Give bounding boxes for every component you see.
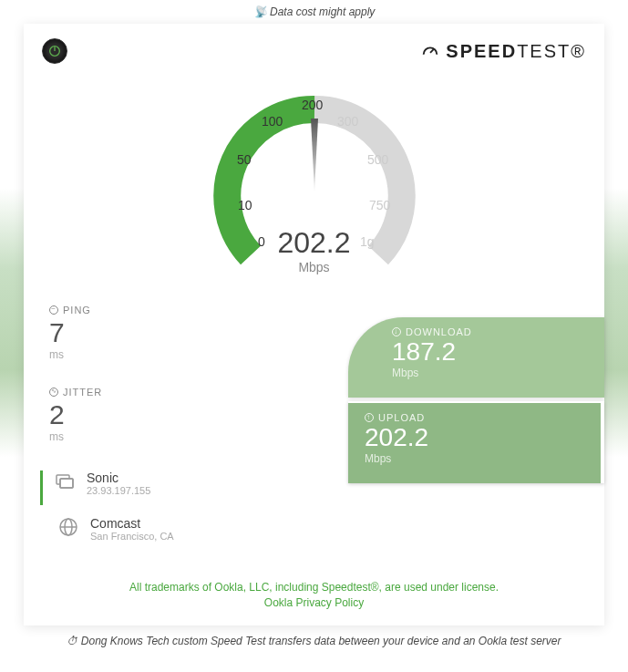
tick-100: 100 xyxy=(262,114,283,129)
power-button[interactable] xyxy=(42,38,67,64)
tick-50: 50 xyxy=(237,152,252,167)
tick-200: 200 xyxy=(302,98,324,112)
power-icon xyxy=(47,44,62,58)
server-location: San Francisco, CA xyxy=(90,531,174,542)
svg-rect-5 xyxy=(60,479,73,488)
brand-prefix: SPEED xyxy=(446,41,517,61)
gauge-area: 0 10 50 100 200 300 500 750 1g 202.2 Mbp… xyxy=(24,64,604,292)
tick-1g: 1g xyxy=(360,234,375,249)
ping-icon xyxy=(49,305,58,315)
ping-stat: PING 7 ms xyxy=(40,292,314,374)
tick-10: 10 xyxy=(238,198,252,212)
legal-line1: All trademarks of Ookla, LLC, including … xyxy=(24,580,604,595)
ping-label: PING xyxy=(63,305,91,315)
upload-icon xyxy=(365,413,374,422)
card-header: SPEEDTEST® xyxy=(24,24,604,64)
jitter-icon xyxy=(49,388,58,397)
speedtest-logo: SPEEDTEST® xyxy=(420,41,586,62)
privacy-link[interactable]: Ookla Privacy Policy xyxy=(24,595,604,611)
gauge-value: 202.2 xyxy=(277,226,350,260)
download-icon xyxy=(392,327,401,336)
tick-0: 0 xyxy=(258,234,265,249)
isp-ip: 23.93.197.155 xyxy=(87,485,150,496)
gauge-unit: Mbps xyxy=(277,260,350,274)
download-value: 187.2 xyxy=(365,337,588,367)
speedtest-card: SPEEDTEST® 0 10 50 100 200 300 xyxy=(24,24,604,625)
svg-marker-3 xyxy=(311,119,318,191)
tick-300: 300 xyxy=(337,114,359,129)
jitter-unit: ms xyxy=(49,430,305,443)
ping-unit: ms xyxy=(49,348,305,361)
globe-icon xyxy=(57,516,79,538)
svg-line-2 xyxy=(430,49,434,53)
isp-name: Sonic xyxy=(87,470,150,485)
ping-value: 7 xyxy=(49,317,305,348)
tick-750: 750 xyxy=(369,198,391,212)
upload-box: UPLOAD 202.2 Mbps xyxy=(348,401,604,483)
isp-accent-bar xyxy=(40,470,43,505)
monitor-icon xyxy=(54,470,76,492)
gauge-icon xyxy=(420,41,440,61)
brand-suffix: TEST xyxy=(517,41,571,61)
tick-500: 500 xyxy=(367,152,389,167)
data-cost-notice: 📡 Data cost might apply xyxy=(0,0,628,24)
download-label: DOWNLOAD xyxy=(406,326,472,337)
download-box: DOWNLOAD 187.2 Mbps xyxy=(348,317,604,398)
legal-footer: All trademarks of Ookla, LLC, including … xyxy=(24,580,604,611)
gauge-reading: 202.2 Mbps xyxy=(277,226,350,274)
server-row[interactable]: Comcast San Francisco, CA xyxy=(40,516,588,542)
jitter-stat: JITTER 2 ms xyxy=(40,374,314,456)
upload-label: UPLOAD xyxy=(378,412,425,423)
upload-value: 202.2 xyxy=(365,423,584,452)
jitter-value: 2 xyxy=(49,399,305,430)
bottom-notice: ⏱ Dong Knows Tech custom Speed Test tran… xyxy=(0,625,628,656)
download-unit: Mbps xyxy=(365,367,588,379)
server-name: Comcast xyxy=(90,516,174,531)
upload-unit: Mbps xyxy=(365,452,584,465)
jitter-label: JITTER xyxy=(63,387,102,398)
